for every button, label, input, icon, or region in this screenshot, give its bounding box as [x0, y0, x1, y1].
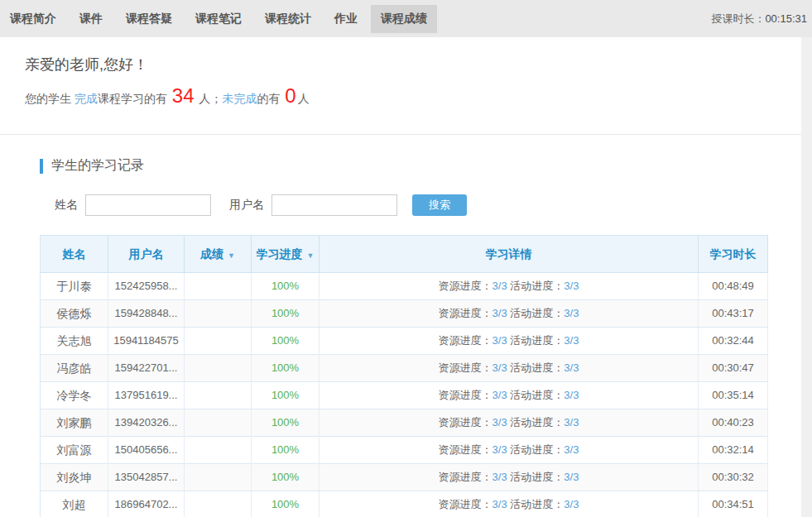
activity-progress-label: 活动进度：: [510, 416, 564, 428]
resource-progress-value[interactable]: 3/3: [492, 280, 507, 292]
resource-progress-value[interactable]: 3/3: [492, 443, 507, 456]
nav-tab[interactable]: 作业: [324, 5, 368, 33]
activity-progress-value[interactable]: 3/3: [564, 280, 579, 292]
cell-name: 刘超: [41, 491, 108, 517]
cell-progress: 100%: [252, 328, 320, 355]
records-table: 姓名 用户名 成绩▼ 学习进度▼ 学习详情 学习时长 于川泰 152425958…: [40, 235, 768, 517]
uncompleted-link[interactable]: 未完成: [222, 92, 257, 105]
completed-count: 34: [171, 84, 196, 107]
activity-progress-label: 活动进度：: [510, 389, 564, 401]
cell-name: 侯德烁: [41, 300, 108, 328]
name-field-label: 姓名: [55, 198, 78, 213]
activity-progress-label: 活动进度：: [510, 280, 564, 292]
table-row: 关志旭 15941184575 100% 资源进度：3/3 活动进度：3/3 0…: [41, 328, 768, 355]
progress-sort-icon[interactable]: ▼: [307, 251, 315, 260]
nav-tab[interactable]: 课程笔记: [185, 5, 252, 33]
cell-grade: [185, 328, 252, 355]
cell-grade: [185, 273, 252, 300]
cell-username: 159422701...: [108, 355, 185, 382]
cell-details: 资源进度：3/3 活动进度：3/3: [320, 491, 699, 517]
cell-name: 刘富源: [41, 437, 108, 464]
activity-progress-value[interactable]: 3/3: [564, 307, 579, 319]
table-header-row: 姓名 用户名 成绩▼ 学习进度▼ 学习详情 学习时长: [41, 235, 768, 273]
resource-progress-value[interactable]: 3/3: [492, 334, 507, 347]
resource-progress-value[interactable]: 3/3: [492, 361, 507, 374]
activity-progress-value[interactable]: 3/3: [564, 416, 579, 428]
resource-progress-value[interactable]: 3/3: [492, 471, 507, 483]
cell-details: 资源进度：3/3 活动进度：3/3: [320, 464, 699, 491]
activity-progress-label: 活动进度：: [510, 443, 564, 456]
cell-details: 资源进度：3/3 活动进度：3/3: [320, 273, 699, 300]
cell-duration: 00:30:47: [699, 355, 768, 382]
cell-details: 资源进度：3/3 活动进度：3/3: [320, 437, 699, 464]
resource-progress-value[interactable]: 3/3: [492, 498, 507, 510]
cell-username: 15941184575: [108, 328, 185, 355]
col-header-name: 姓名: [41, 235, 108, 273]
cell-duration: 00:32:14: [699, 437, 768, 464]
resource-progress-label: 资源进度：: [439, 280, 492, 292]
completed-link[interactable]: 完成: [74, 92, 98, 105]
nav-tab[interactable]: 课程答疑: [116, 5, 182, 33]
resource-progress-label: 资源进度：: [439, 416, 492, 428]
activity-progress-value[interactable]: 3/3: [564, 443, 579, 456]
greeting-panel: 亲爱的老师,您好！ 您的学生 完成课程学习的有 34 人；未完成的有 0人: [0, 37, 812, 135]
cell-duration: 00:40:23: [699, 409, 768, 437]
cell-username: 150405656...: [108, 437, 185, 464]
resource-progress-value[interactable]: 3/3: [492, 416, 507, 428]
uncompleted-unit: 人: [298, 92, 310, 105]
cell-details: 资源进度：3/3 活动进度：3/3: [320, 300, 699, 328]
grade-sort-icon[interactable]: ▼: [228, 251, 235, 260]
activity-progress-value[interactable]: 3/3: [564, 334, 579, 347]
activity-progress-label: 活动进度：: [510, 334, 564, 347]
section-accent-bar: [40, 159, 43, 174]
activity-progress-label: 活动进度：: [510, 307, 564, 319]
cell-username: 152425958...: [108, 273, 185, 300]
cell-duration: 00:35:14: [699, 382, 768, 409]
teaching-duration-value: 00:15:31: [765, 12, 807, 25]
activity-progress-value[interactable]: 3/3: [564, 498, 579, 510]
resource-progress-value[interactable]: 3/3: [492, 307, 507, 319]
table-row: 刘炎坤 135042857... 100% 资源进度：3/3 活动进度：3/3 …: [41, 464, 768, 491]
teaching-duration-label: 授课时长：: [711, 12, 765, 25]
top-nav-bar: 课程简介课件课程答疑课程笔记课程统计作业课程成绩 授课时长：00:15:31: [0, 0, 812, 37]
nav-tab[interactable]: 课程成绩: [371, 5, 437, 33]
nav-tab[interactable]: 课程简介: [0, 5, 66, 33]
cell-progress: 100%: [252, 382, 320, 409]
activity-progress-value[interactable]: 3/3: [564, 471, 579, 483]
col-header-grade[interactable]: 成绩▼: [185, 235, 252, 273]
records-table-body: 于川泰 152425958... 100% 资源进度：3/3 活动进度：3/3 …: [41, 273, 768, 517]
name-input[interactable]: [85, 194, 211, 216]
nav-tabs: 课程简介课件课程答疑课程笔记课程统计作业课程成绩: [0, 5, 440, 33]
table-row: 刘富源 150405656... 100% 资源进度：3/3 活动进度：3/3 …: [41, 437, 768, 464]
cell-grade: [185, 491, 252, 517]
table-row: 冯彦皓 159422701... 100% 资源进度：3/3 活动进度：3/3 …: [41, 355, 768, 382]
resource-progress-label: 资源进度：: [439, 389, 492, 401]
cell-progress: 100%: [252, 300, 320, 328]
stats-prefix: 您的学生: [25, 92, 74, 105]
search-button[interactable]: 搜索: [412, 194, 467, 216]
cell-grade: [185, 355, 252, 382]
nav-tab[interactable]: 课程统计: [255, 5, 321, 33]
scrollbar-track[interactable]: [801, 37, 812, 517]
cell-duration: 00:34:51: [699, 491, 768, 517]
col-header-username: 用户名: [108, 235, 185, 273]
cell-details: 资源进度：3/3 活动进度：3/3: [320, 409, 699, 437]
uncompleted-count: 0: [283, 84, 297, 107]
section-title-text: 学生的学习记录: [51, 157, 144, 175]
col-header-grade-label: 成绩: [200, 247, 223, 261]
section-title: 学生的学习记录: [40, 157, 812, 175]
resource-progress-label: 资源进度：: [439, 443, 492, 456]
cell-grade: [185, 409, 252, 437]
nav-tab[interactable]: 课件: [70, 5, 113, 33]
cell-name: 冯彦皓: [41, 355, 108, 382]
cell-name: 刘炎坤: [41, 464, 108, 491]
cell-details: 资源进度：3/3 活动进度：3/3: [320, 382, 699, 409]
col-header-progress[interactable]: 学习进度▼: [252, 235, 320, 273]
username-input[interactable]: [271, 194, 397, 216]
activity-progress-value[interactable]: 3/3: [564, 389, 579, 401]
cell-progress: 100%: [252, 464, 320, 491]
resource-progress-value[interactable]: 3/3: [492, 389, 507, 401]
cell-username: 135042857...: [108, 464, 185, 491]
activity-progress-value[interactable]: 3/3: [564, 361, 579, 374]
table-row: 刘超 186964702... 100% 资源进度：3/3 活动进度：3/3 0…: [41, 491, 768, 517]
